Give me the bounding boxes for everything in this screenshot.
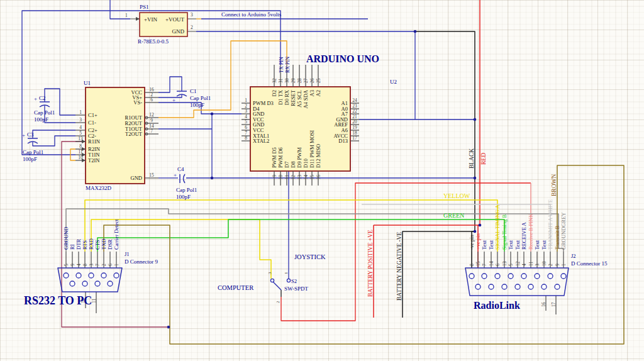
component-c4[interactable]: + C4 Cap Pol1 100pF [174,166,197,200]
cap-plus: + [22,132,25,138]
component-c1[interactable]: + C1 Cap Pol1 100pF [172,88,211,108]
pin-number: 22 [352,108,357,114]
junction-dot [479,224,482,227]
pin-number: 16 [316,175,321,180]
s2-lever[interactable] [273,282,281,290]
schematic-sheet: PS1 R-78E5.0-0.5 +VIN +VOUT GND 1 3 2 Co… [0,0,644,361]
j1-hole [76,273,81,278]
pin-label: R1IN [88,138,100,145]
c2-ref: C2 [39,95,46,101]
label-red: RED [480,153,487,165]
pin-number: 2 [548,264,553,266]
wire-batt-neg[interactable] [402,231,475,318]
wire-c3-bot[interactable] [33,136,75,146]
j1-hole [114,273,119,278]
pin-label: RTS [82,240,88,250]
component-s2[interactable]: 3 1 2 S2 SW-SPDT [267,272,309,303]
pin-number: 3 [89,264,94,266]
cap-plus: + [172,97,175,103]
pin-number: 8 [82,264,88,266]
c1-part: Cap Pol1 [190,95,211,101]
pin-label: RXD [88,238,94,250]
j2-hole [482,274,487,279]
pin-number: 3 [79,117,82,123]
pin-number: 4 [79,125,82,130]
c4-value: 100pF [176,194,191,200]
pin-label: D10 [303,158,309,168]
j1-shell[interactable] [58,268,122,292]
component-j2[interactable]: 8-ve pin15+ve pin7Text14Text6SIGNAL TIMI… [465,199,608,314]
component-u1[interactable]: U1 MAX232D 1C1+3C1-4C2+5C2-13R1IN8R2IN11… [75,80,158,191]
j2-hole [508,274,513,279]
j2-hole [469,274,474,279]
pin-number: 1 [245,97,247,103]
pin-number: 27 [303,78,309,83]
pin-number: 20 [352,119,357,125]
pin-number: 6 [108,264,113,266]
pin-label: XTAL2 [253,138,269,144]
s2-part: SW-SPDT [284,286,309,292]
label-brown: BROWN [551,174,557,197]
j2-hole [535,274,540,279]
pin-label: A5 SCL [296,90,303,108]
ps1-part: R-78E5.0-0.5 [138,38,169,45]
pin-number: 17 [551,302,557,307]
pin-label: RI [69,244,75,250]
c1-ref: C1 [190,88,197,94]
pin-number: 16 [541,302,547,307]
c3-ref: C3 [27,131,34,138]
junction-dot [211,113,214,116]
pin-label: TXD [101,239,107,250]
j2-hole [548,274,553,279]
ps1-num-2: 2 [191,25,193,30]
net-note-5v[interactable]: Connect to Arduino 5volts [221,11,282,18]
pin-label: Text [481,240,487,250]
pin-label: D2 [271,90,277,96]
component-c3[interactable]: + C3 Cap Pol1 100pF [22,131,43,162]
pin-label: T2OUT [125,131,143,137]
pin-label: D12 MISO [315,144,321,168]
s2-num-1: 1 [284,272,289,274]
j2-hole [561,274,566,279]
net-label-rx-pin[interactable]: RX PIN [285,57,291,73]
pin-number: 9 [555,264,560,266]
j1-ref: J1 [125,251,130,257]
pin-label: SIGNAL TIMING A [494,204,501,250]
pin-label: Signal Timing B [501,214,508,250]
pin-label: T2IN [88,157,99,164]
s2-num-3: 3 [267,272,272,274]
j1-hole [70,281,75,286]
wire-yellow-rts[interactable] [85,200,497,252]
ps1-pin-vin: +VIN [144,16,158,23]
pin-number: 7 [150,128,153,134]
pin-number: 1 [114,264,119,266]
c2-part: Cap Pol1 [34,109,55,116]
wire-vcc-loop[interactable] [158,77,182,92]
pin-label: RECEIVE A [521,221,527,250]
pin-number: 7 [95,264,101,266]
pin-label: D8 [290,162,296,168]
radiolink-title: RadioLink [474,300,520,311]
pin-number: 6 [245,125,247,130]
j2-shell[interactable] [465,268,569,296]
pin-number: 30 [284,78,290,83]
pin-number: 6 [150,97,153,103]
pin-label: -ve pin [469,234,475,250]
component-ps1[interactable]: PS1 R-78E5.0-0.5 +VIN +VOUT GND 1 3 2 [125,4,196,45]
pin-number: 32 [272,78,277,83]
wire-green-cts[interactable] [97,219,504,252]
wire-c3-top[interactable] [33,130,75,138]
junction-dot [474,177,477,180]
joystick-label: JOYSTICK [294,253,326,260]
pin-number: 10 [278,175,284,180]
pin-label: DTR [75,239,82,250]
pin-label: GROUNDGREY [560,213,567,250]
junction-dot [211,177,214,180]
wire-black[interactable] [415,31,475,268]
pin-number: 2 [101,264,107,266]
c2-value: 100pF [34,116,48,123]
net-label-tx-pin[interactable]: TX PIN [279,57,284,73]
pin-number: 12 [515,261,521,266]
pin-number: 14 [303,175,309,180]
pin-number: 24 [352,97,357,103]
